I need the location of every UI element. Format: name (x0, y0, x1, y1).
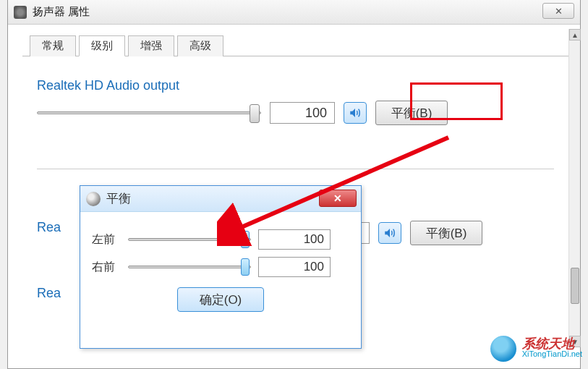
divider (37, 169, 554, 169)
slider-track-line (37, 111, 261, 114)
highlight-annotation (410, 82, 503, 120)
left-front-slider[interactable] (128, 231, 251, 248)
volume-slider[interactable] (37, 103, 261, 122)
dialog-icon (86, 192, 101, 206)
balance-row-right: 右前 100 (92, 257, 349, 277)
tab-enhancements[interactable]: 增强 (128, 35, 174, 56)
titlebar: 扬声器 属性 ✕ (8, 0, 580, 25)
window-close-button[interactable]: ✕ (542, 3, 574, 19)
watermark: 系统天地 XiTongTianDi.net (489, 334, 582, 363)
slider-track-line (128, 238, 251, 241)
left-front-value[interactable]: 100 (258, 229, 331, 250)
right-front-slider[interactable] (128, 258, 251, 276)
watermark-line2: XiTongTianDi.net (522, 349, 582, 359)
tab-advanced[interactable]: 高级 (177, 35, 223, 56)
tab-bar: 常规 级别 增强 高级 (22, 35, 580, 56)
slider-track-line (128, 266, 251, 268)
mute2-button[interactable] (378, 222, 401, 244)
balance-dialog: 平衡 ✕ 左前 100 右前 100 确定(O) (80, 185, 362, 349)
mute-button[interactable] (344, 102, 367, 124)
close-icon: ✕ (555, 6, 563, 17)
speaker-icon (383, 226, 396, 239)
dialog-body: 左前 100 右前 100 确定(O) (80, 212, 361, 319)
close-icon: ✕ (333, 192, 342, 204)
window-title: 扬声器 属性 (33, 5, 90, 19)
volume-value[interactable]: 100 (270, 102, 335, 124)
scrollbar[interactable]: ▲ ▼ (568, 29, 580, 347)
speaker-icon (349, 106, 362, 119)
slider-thumb[interactable] (241, 258, 250, 276)
balance-row-left: 左前 100 (92, 229, 349, 250)
dialog-close-button[interactable]: ✕ (319, 190, 357, 207)
tab-levels[interactable]: 级别 (79, 35, 125, 56)
watermark-line1: 系统天地 (522, 339, 582, 349)
scroll-thumb[interactable] (571, 268, 579, 304)
dialog-titlebar: 平衡 ✕ (80, 186, 361, 212)
ok-button[interactable]: 确定(O) (177, 287, 264, 312)
slider-thumb[interactable] (250, 104, 260, 123)
scroll-up-button[interactable]: ▲ (569, 29, 581, 41)
slider-thumb[interactable] (241, 231, 250, 248)
left-front-label: 左前 (92, 232, 121, 247)
balance2-button[interactable]: 平衡(B) (410, 221, 482, 245)
app-icon (14, 6, 27, 19)
watermark-logo-icon (489, 334, 518, 363)
tab-general[interactable]: 常规 (30, 35, 76, 56)
right-front-label: 右前 (92, 260, 121, 275)
watermark-text: 系统天地 XiTongTianDi.net (522, 339, 582, 359)
right-front-value[interactable]: 100 (258, 257, 331, 277)
dialog-title: 平衡 (106, 190, 131, 207)
